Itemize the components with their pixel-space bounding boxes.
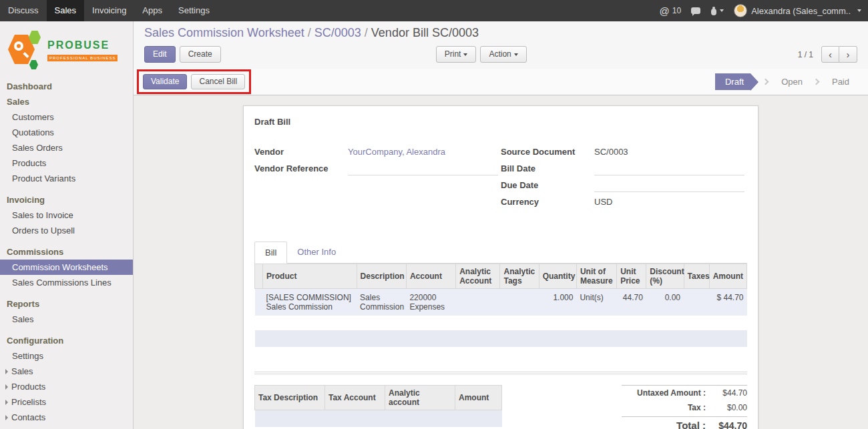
due-date-value [594,180,744,192]
sidebar-item-product-variants[interactable]: Product Variants [0,171,133,186]
print-dropdown-button[interactable]: Print [436,46,477,63]
col-tax-account: Tax Account [325,386,385,410]
menu-invoicing[interactable]: Invoicing [84,0,134,21]
breadcrumb-worksheet-link[interactable]: Sales Commission Worksheet [144,26,304,39]
probuse-logo-icon [8,31,43,69]
mentions-indicator[interactable]: @ 10 [660,5,682,17]
chat-bubble-icon [691,7,700,14]
sidebar-nav: Dashboard Sales Customers Quotations Sal… [0,79,133,429]
notebook-tabs: Bill Other Info [254,242,747,264]
cell-discount: 0.00 [646,289,684,316]
menu-discuss[interactable]: Discuss [0,0,47,21]
cell-account: 220000 Expenses [406,289,455,316]
col-analytic-tags: Analytic Tags [500,264,539,289]
commission-line-row[interactable]: [SALES COMMISSION] Sales Commission Sale… [255,289,747,316]
sidebar-section-reports[interactable]: Reports [0,296,133,312]
sidebar-item-config-settings[interactable]: Settings [0,348,133,364]
sidebar-item-sales-commissions-lines[interactable]: Sales Commissions Lines [0,275,133,290]
chevron-down-icon [514,53,518,56]
sidebar-item-products[interactable]: Products [0,155,133,171]
cancel-bill-button[interactable]: Cancel Bill [191,74,245,89]
pager-previous-button[interactable]: ‹ [821,46,839,63]
create-button[interactable]: Create [180,46,221,63]
tab-other-info[interactable]: Other Info [287,242,346,263]
menu-apps[interactable]: Apps [134,0,170,21]
status-pipeline: Draft Open Paid [715,73,857,90]
sidebar-item-config-products[interactable]: Products [0,379,133,394]
control-panel: Sales Commission Worksheet/SC/0003/Vendo… [134,21,868,69]
breadcrumb-sc0003-link[interactable]: SC/0003 [314,26,361,39]
cell-description: Sales Commission [357,289,406,316]
sidebar-item-sales-teams[interactable]: Sales Teams [0,425,133,429]
menu-sales[interactable]: Sales [47,0,85,21]
empty-row [255,330,747,347]
tax-label: Tax : [622,403,706,412]
due-date-label: Due Date [501,180,594,193]
cell-product: [SALES COMMISSION] Sales Commission [263,289,357,316]
col-unit-price: Unit Price [617,264,646,289]
validate-button[interactable]: Validate [143,74,187,89]
messages-icon[interactable] [691,7,700,14]
pager-counter: 1 / 1 [798,50,813,59]
col-product: Product [263,264,357,289]
breadcrumb-current: Vendor Bill SC/0003 [371,26,479,39]
vendor-bill-form-sheet: Draft Bill Vendor YourCompany, Alexandra… [243,105,758,429]
vendor-value-link[interactable]: YourCompany, Alexandra [348,147,498,159]
edit-button[interactable]: Edit [144,46,176,63]
expand-caret-icon [5,384,8,390]
sidebar-item-config-sales[interactable]: Sales [0,364,133,379]
tax-value: $0.00 [706,403,747,412]
expand-caret-icon [5,369,8,374]
vendor-reference-value [348,163,498,175]
breadcrumb-separator: / [308,26,311,39]
vendor-reference-label: Vendor Reference [254,163,348,176]
pager-next-button[interactable]: › [839,46,857,63]
sheet-title: Draft Bill [254,117,747,127]
activities-menu[interactable] [710,7,724,15]
sidebar-section-invoicing[interactable]: Invoicing [0,192,133,207]
pager: 1 / 1 ‹ › [798,46,857,63]
sidebar-item-commission-worksheets[interactable]: Commission Worksheets [0,260,133,275]
col-analytic-account: Analytic Account [456,264,500,289]
sidebar-section-configuration[interactable]: Configuration [0,333,133,348]
bill-date-label: Bill Date [501,163,594,176]
state-paid[interactable]: Paid [824,73,857,90]
sidebar-item-sales-orders[interactable]: Sales Orders [0,140,133,155]
sidebar-item-customers[interactable]: Customers [0,109,133,125]
col-description: Description [357,264,406,289]
sidebar-item-orders-to-upsell[interactable]: Orders to Upsell [0,223,133,238]
chevron-down-icon [720,9,724,12]
state-draft[interactable]: Draft [715,73,750,90]
empty-row [255,347,747,362]
cell-unit-price: 44.70 [617,289,646,316]
logo-text: PROBUSE PROFESSIONAL BUSINESS [47,39,118,61]
sidebar-section-sales[interactable]: Sales [0,94,133,109]
totals-box: Untaxed Amount : $44.70 Tax : $0.00 Tota… [622,385,747,429]
untaxed-amount-label: Untaxed Amount : [622,388,706,398]
sidebar-item-quotations[interactable]: Quotations [0,125,133,140]
action-dropdown-button[interactable]: Action [480,46,526,63]
sidebar-item-reports-sales[interactable]: Sales [0,312,133,327]
col-unit-of-measure: Unit of Measure [576,264,616,289]
menu-settings[interactable]: Settings [170,0,218,21]
cell-analytic-account [456,289,500,316]
main-content: Sales Commission Worksheet/SC/0003/Vendo… [134,21,868,429]
tax-lines-table: Tax Description Tax Account Analytic acc… [254,385,502,429]
user-menu[interactable]: Alexandra (Sales_comm.. [734,4,861,17]
col-tax-description: Tax Description [255,386,325,410]
sidebar-item-dashboard[interactable]: Dashboard [0,79,133,94]
currency-value: USD [594,197,744,209]
state-open[interactable]: Open [773,73,811,90]
handle-column-header [255,264,263,289]
sidebar: PROBUSE PROFESSIONAL BUSINESS Dashboard … [0,21,134,429]
top-navbar: Discuss Sales Invoicing Apps Settings @ … [0,0,868,21]
sidebar-section-commissions[interactable]: Commissions [0,244,133,260]
empty-row [255,316,747,330]
bug-icon [710,7,717,15]
at-icon: @ [660,5,670,17]
app-logo[interactable]: PROBUSE PROFESSIONAL BUSINESS [0,21,133,79]
tab-bill[interactable]: Bill [254,242,287,264]
sidebar-item-sales-to-invoice[interactable]: Sales to Invoice [0,207,133,223]
sidebar-item-config-contacts[interactable]: Contacts [0,410,133,425]
sidebar-item-config-pricelists[interactable]: Pricelists [0,394,133,410]
